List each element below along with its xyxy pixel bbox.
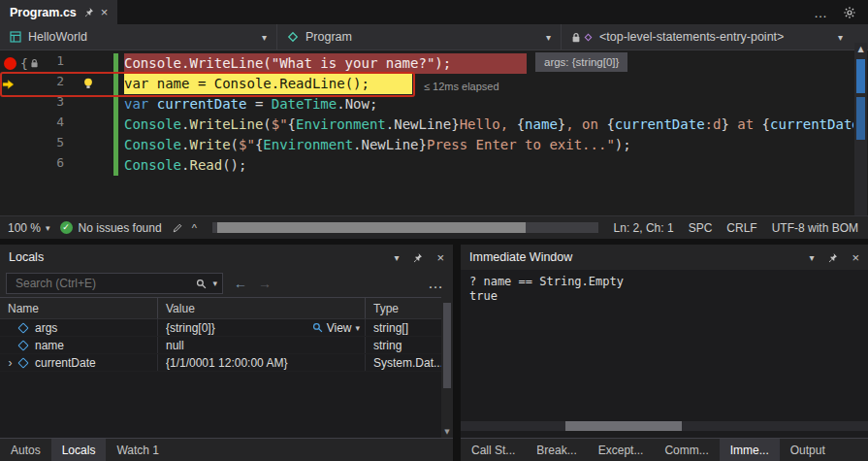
scrollbar-thumb[interactable] — [217, 222, 526, 233]
locals-header: Locals ▾ × — [0, 245, 453, 270]
scrollbar-thumb[interactable] — [443, 303, 451, 388]
type-dropdown[interactable]: Program ▾ — [277, 24, 562, 49]
zoom-level: 100 % — [8, 221, 41, 235]
code-token: Console — [124, 157, 181, 173]
tab-autos[interactable]: Autos — [0, 439, 51, 461]
tab-comm[interactable]: Comm... — [654, 439, 719, 461]
scrollbar-mark[interactable] — [856, 97, 865, 140]
window-menu-chevron-icon[interactable]: ▾ — [809, 252, 814, 263]
code-token: } — [451, 116, 459, 132]
perftip-elapsed[interactable]: ≤ 12ms elapsed — [424, 77, 499, 96]
locals-row[interactable]: ›currentDate{1/1/0001 12:00:00 AM}System… — [0, 354, 441, 372]
code-token: { — [762, 116, 770, 132]
project-dropdown[interactable]: HelloWorld ▾ — [0, 24, 277, 49]
status-spaces[interactable]: SPC — [689, 221, 713, 235]
editor-vertical-scrollbar[interactable]: ▲ — [854, 43, 867, 215]
name-cell: ›currentDate — [0, 354, 158, 371]
code-line-6[interactable]: Console.Read(); — [124, 155, 246, 176]
view-button[interactable]: View▾ — [312, 321, 360, 335]
locals-row[interactable]: args{string[0]}View▾string[] — [0, 319, 441, 337]
scrollbar-thumb[interactable] — [565, 421, 682, 431]
navigate-back-icon[interactable]: ← — [234, 276, 247, 291]
immediate-title: Immediate Window — [469, 250, 572, 264]
locals-panel: Locals ▾ × ▾ ← → … Name — [0, 245, 453, 461]
navigate-forward-icon[interactable]: → — [258, 276, 272, 291]
pin-icon[interactable] — [412, 252, 423, 263]
tab-title: Program.cs — [10, 6, 77, 19]
locals-title: Locals — [9, 250, 44, 264]
vertical-splitter[interactable] — [453, 245, 461, 461]
code-token: NewLine — [362, 137, 419, 152]
project-dropdown-label: HelloWorld — [28, 30, 87, 44]
tab-break[interactable]: Break... — [526, 439, 587, 461]
immediate-header-icons: ▾ × — [809, 250, 859, 265]
status-line-column[interactable]: Ln: 2, Ch: 1 — [614, 221, 674, 235]
status-line-ending[interactable]: CRLF — [726, 221, 756, 235]
code-token: . — [353, 137, 361, 152]
search-box[interactable]: ▾ — [6, 273, 223, 294]
name-cell: args — [0, 319, 158, 336]
code-editor[interactable]: { 123456 Console.WriteLine("What is your… — [0, 50, 868, 215]
scroll-down-arrow[interactable]: ▼ — [441, 428, 453, 436]
tab-locals[interactable]: Locals — [51, 439, 107, 461]
tab-list-ellipsis[interactable]: … — [814, 5, 827, 20]
code-token: Console — [124, 137, 181, 152]
status-encoding[interactable]: UTF-8 with BOM — [772, 221, 858, 235]
code-line-4[interactable]: Console.WriteLine($"{Environment.NewLine… — [124, 115, 853, 135]
expander-icon[interactable]: › — [4, 356, 16, 370]
code-cleanup-control[interactable]: ^ — [172, 222, 197, 234]
variable-name: args — [35, 321, 57, 335]
variable-value: null — [166, 339, 360, 352]
scrollbar-thumb[interactable] — [856, 59, 865, 93]
code-cleanup-pen-icon[interactable] — [172, 222, 183, 234]
code-token: { — [517, 116, 525, 132]
code-token: Hello, — [460, 116, 517, 132]
close-icon[interactable]: × — [101, 5, 109, 19]
settings-gear-icon[interactable] — [843, 6, 856, 19]
code-token: ( — [231, 137, 239, 152]
locals-vertical-scrollbar[interactable]: ▼ — [441, 297, 453, 438]
zoom-control[interactable]: 100 % ▾ — [8, 221, 50, 235]
code-token: WriteLine — [189, 116, 263, 132]
value-cell: {string[0]}View▾ — [158, 319, 366, 336]
tab-program-cs[interactable]: Program.cs × — [0, 0, 117, 24]
pin-icon[interactable] — [827, 252, 838, 263]
column-header-value[interactable]: Value — [158, 298, 366, 318]
close-icon[interactable]: × — [436, 250, 444, 265]
window-menu-chevron-icon[interactable]: ▾ — [394, 252, 399, 263]
datatip-args[interactable]: args: {string[0]} — [535, 52, 627, 72]
caret-up-icon[interactable]: ^ — [192, 223, 197, 233]
locals-row[interactable]: namenullstring — [0, 337, 441, 354]
code-token: "What is your name?" — [272, 55, 435, 71]
code-token: { — [288, 116, 296, 132]
chevron-down-icon: ▾ — [838, 32, 843, 43]
column-header-type[interactable]: Type — [366, 298, 441, 318]
code-token: at — [729, 116, 762, 132]
editor-horizontal-scrollbar[interactable] — [212, 222, 598, 233]
code-token: Environment — [263, 137, 353, 152]
tab-output[interactable]: Output — [780, 439, 836, 461]
tab-imme[interactable]: Imme... — [720, 439, 780, 461]
code-line-3[interactable]: var currentDate = DateTime.Now; — [124, 94, 377, 115]
search-options-chevron-icon[interactable]: ▾ — [212, 279, 217, 288]
column-header-name[interactable]: Name — [0, 298, 158, 318]
tab-watch-1[interactable]: Watch 1 — [106, 439, 170, 461]
search-input[interactable] — [14, 276, 190, 291]
code-line-5[interactable]: Console.Write($"{Environment.NewLine}Pre… — [124, 135, 631, 155]
member-dropdown[interactable]: <top-level-statements-entry-point> ▾ — [562, 24, 852, 49]
search-icon[interactable] — [196, 279, 207, 289]
locals-more-options[interactable]: … — [428, 275, 443, 292]
document-health-indicator[interactable]: ✓ No issues found — [60, 221, 162, 235]
immediate-content[interactable]: ? name == String.Emptytrue — [461, 270, 868, 438]
code-token: } — [558, 116, 565, 132]
close-icon[interactable]: × — [852, 250, 859, 265]
status-right-group: Ln: 2, Ch: 1 SPC CRLF UTF-8 with BOM — [614, 221, 860, 235]
tab-call-st[interactable]: Call St... — [461, 439, 526, 461]
locals-grid: Name Value Type args{string[0]}View▾stri… — [0, 297, 441, 438]
pin-icon[interactable] — [83, 7, 94, 17]
immediate-horizontal-scrollbar[interactable] — [461, 421, 868, 431]
code-line-1[interactable]: Console.WriteLine("What is your name?"); — [124, 53, 527, 74]
code-token: ); — [615, 137, 631, 152]
scroll-up-arrow[interactable]: ▲ — [854, 43, 867, 55]
tab-except[interactable]: Except... — [588, 439, 655, 461]
